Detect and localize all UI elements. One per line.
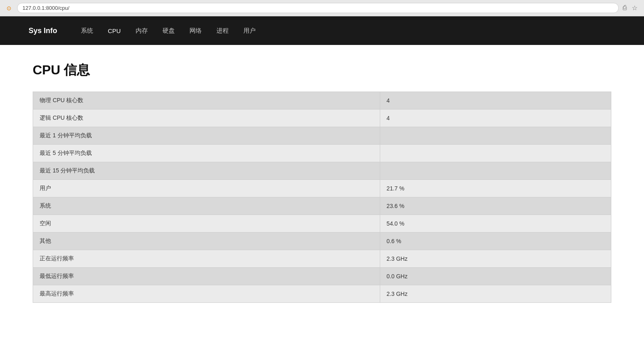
table-row: 最近 15 分钟平均负载 [33, 162, 611, 180]
row-label: 逻辑 CPU 核心数 [33, 110, 380, 127]
table-row: 物理 CPU 核心数4 [33, 92, 611, 110]
bookmark-icon[interactable]: ☆ [632, 4, 637, 12]
row-value: 2.3 GHz [380, 250, 611, 268]
table-row: 空闲54.0 % [33, 215, 611, 233]
nav-item-memory[interactable]: 内存 [128, 16, 155, 45]
url-bar[interactable]: 127.0.0.1:8000/cpu/ [17, 3, 619, 13]
nav-brand[interactable]: Sys Info [25, 27, 61, 35]
table-row: 其他0.6 % [33, 233, 611, 250]
table-row: 最近 1 分钟平均负载 [33, 127, 611, 145]
nav-item-system[interactable]: 系统 [74, 16, 100, 45]
row-label: 最近 15 分钟平均负载 [33, 162, 380, 180]
row-value: 4 [380, 92, 611, 110]
row-value: 4 [380, 110, 611, 127]
nav-item-process[interactable]: 进程 [209, 16, 236, 45]
browser-actions: ⎙ ☆ [623, 4, 637, 12]
table-row: 逻辑 CPU 核心数4 [33, 110, 611, 127]
nav-item-network[interactable]: 网络 [182, 16, 209, 45]
share-icon[interactable]: ⎙ [623, 4, 627, 12]
table-row: 正在运行频率2.3 GHz [33, 250, 611, 268]
row-label: 最近 1 分钟平均负载 [33, 127, 380, 145]
row-label: 正在运行频率 [33, 250, 380, 268]
row-value: 23.6 % [380, 197, 611, 215]
browser-bar: ⊙ 127.0.0.1:8000/cpu/ ⎙ ☆ [0, 0, 644, 16]
row-label: 最高运行频率 [33, 285, 380, 303]
table-row: 用户21.7 % [33, 180, 611, 197]
table-row: 系统23.6 % [33, 197, 611, 215]
table-row: 最低运行频率0.0 GHz [33, 268, 611, 285]
row-label: 空闲 [33, 215, 380, 233]
nav-item-disk[interactable]: 硬盘 [155, 16, 182, 45]
cpu-info-table: 物理 CPU 核心数4逻辑 CPU 核心数4最近 1 分钟平均负载最近 5 分钟… [33, 92, 611, 303]
table-row: 最近 5 分钟平均负载 [33, 145, 611, 162]
navbar: Sys Info 系统 CPU 内存 硬盘 网络 进程 用户 [0, 16, 644, 45]
page-title: CPU 信息 [33, 61, 611, 79]
row-label: 最低运行频率 [33, 268, 380, 285]
row-label: 系统 [33, 197, 380, 215]
row-value: 0.6 % [380, 233, 611, 250]
row-label: 物理 CPU 核心数 [33, 92, 380, 110]
row-label: 最近 5 分钟平均负载 [33, 145, 380, 162]
row-value: 0.0 GHz [380, 268, 611, 285]
main-content: CPU 信息 物理 CPU 核心数4逻辑 CPU 核心数4最近 1 分钟平均负载… [0, 45, 644, 358]
row-value [380, 162, 611, 180]
nav-item-cpu[interactable]: CPU [100, 16, 128, 45]
warning-icon: ⊙ [7, 5, 13, 11]
row-label: 其他 [33, 233, 380, 250]
row-value: 2.3 GHz [380, 285, 611, 303]
row-value [380, 127, 611, 145]
row-label: 用户 [33, 180, 380, 197]
nav-item-user[interactable]: 用户 [236, 16, 263, 45]
row-value: 54.0 % [380, 215, 611, 233]
row-value: 21.7 % [380, 180, 611, 197]
row-value [380, 145, 611, 162]
table-row: 最高运行频率2.3 GHz [33, 285, 611, 303]
